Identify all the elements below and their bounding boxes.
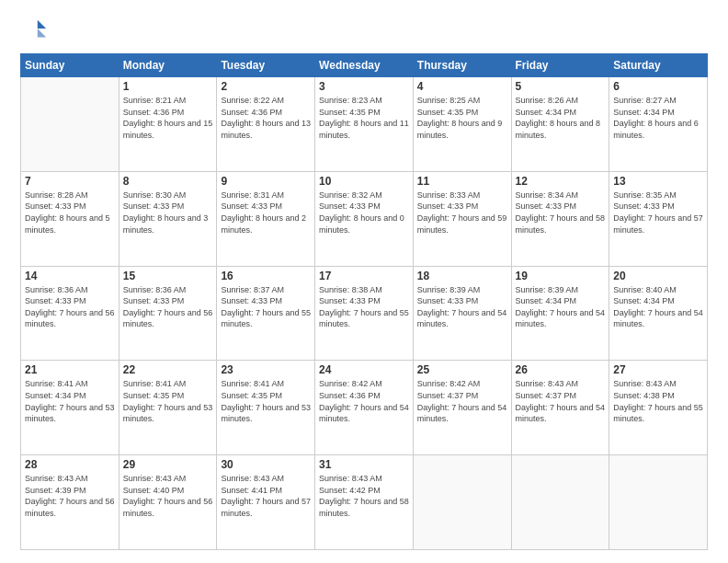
day-info: Sunrise: 8:35 AM Sunset: 4:33 PM Dayligh… <box>613 190 703 236</box>
calendar-header-saturday: Saturday <box>609 54 708 77</box>
calendar-header-tuesday: Tuesday <box>217 54 315 77</box>
calendar-week-0: 1Sunrise: 8:21 AM Sunset: 4:36 PM Daylig… <box>21 77 708 172</box>
calendar-table: SundayMondayTuesdayWednesdayThursdayFrid… <box>20 53 708 550</box>
day-info: Sunrise: 8:43 AM Sunset: 4:39 PM Dayligh… <box>25 473 115 519</box>
calendar-cell-0-3: 3Sunrise: 8:23 AM Sunset: 4:35 PM Daylig… <box>315 77 414 172</box>
calendar-cell-4-1: 29Sunrise: 8:43 AM Sunset: 4:40 PM Dayli… <box>119 455 217 550</box>
day-number: 31 <box>319 458 409 471</box>
day-info: Sunrise: 8:37 AM Sunset: 4:33 PM Dayligh… <box>221 284 311 330</box>
day-number: 4 <box>417 80 507 93</box>
calendar-cell-2-3: 17Sunrise: 8:38 AM Sunset: 4:33 PM Dayli… <box>315 266 414 361</box>
calendar-cell-2-1: 15Sunrise: 8:36 AM Sunset: 4:33 PM Dayli… <box>119 266 217 361</box>
calendar-cell-2-0: 14Sunrise: 8:36 AM Sunset: 4:33 PM Dayli… <box>21 266 119 361</box>
day-info: Sunrise: 8:39 AM Sunset: 4:34 PM Dayligh… <box>516 284 606 330</box>
day-info: Sunrise: 8:30 AM Sunset: 4:33 PM Dayligh… <box>123 190 213 236</box>
calendar-cell-4-4 <box>413 455 511 550</box>
calendar-week-1: 7Sunrise: 8:28 AM Sunset: 4:33 PM Daylig… <box>21 171 708 266</box>
svg-marker-1 <box>38 29 46 37</box>
calendar-cell-2-4: 18Sunrise: 8:39 AM Sunset: 4:33 PM Dayli… <box>413 266 511 361</box>
calendar-cell-3-5: 26Sunrise: 8:43 AM Sunset: 4:37 PM Dayli… <box>511 361 609 455</box>
calendar-cell-3-4: 25Sunrise: 8:42 AM Sunset: 4:37 PM Dayli… <box>413 361 511 455</box>
day-number: 21 <box>25 363 115 376</box>
day-number: 1 <box>123 80 213 93</box>
day-info: Sunrise: 8:43 AM Sunset: 4:41 PM Dayligh… <box>221 473 311 519</box>
day-number: 9 <box>221 175 311 188</box>
day-number: 29 <box>123 458 213 471</box>
day-number: 22 <box>123 363 213 376</box>
day-info: Sunrise: 8:32 AM Sunset: 4:33 PM Dayligh… <box>319 190 409 236</box>
day-info: Sunrise: 8:38 AM Sunset: 4:33 PM Dayligh… <box>319 284 409 330</box>
calendar-cell-0-5: 5Sunrise: 8:26 AM Sunset: 4:34 PM Daylig… <box>511 77 609 172</box>
calendar-body: 1Sunrise: 8:21 AM Sunset: 4:36 PM Daylig… <box>21 77 708 550</box>
day-number: 3 <box>319 80 409 93</box>
day-info: Sunrise: 8:43 AM Sunset: 4:42 PM Dayligh… <box>319 473 409 519</box>
day-info: Sunrise: 8:41 AM Sunset: 4:35 PM Dayligh… <box>123 378 213 424</box>
calendar-week-4: 28Sunrise: 8:43 AM Sunset: 4:39 PM Dayli… <box>21 455 708 550</box>
calendar-cell-1-1: 8Sunrise: 8:30 AM Sunset: 4:33 PM Daylig… <box>119 171 217 266</box>
calendar-cell-3-2: 23Sunrise: 8:41 AM Sunset: 4:35 PM Dayli… <box>217 361 315 455</box>
day-number: 6 <box>613 80 703 93</box>
calendar-week-2: 14Sunrise: 8:36 AM Sunset: 4:33 PM Dayli… <box>21 266 708 361</box>
day-info: Sunrise: 8:34 AM Sunset: 4:33 PM Dayligh… <box>516 190 606 236</box>
calendar-cell-2-2: 16Sunrise: 8:37 AM Sunset: 4:33 PM Dayli… <box>217 266 315 361</box>
logo-icon <box>22 17 48 42</box>
day-number: 17 <box>319 270 409 282</box>
calendar-header-sunday: Sunday <box>21 54 119 77</box>
calendar-cell-0-4: 4Sunrise: 8:25 AM Sunset: 4:35 PM Daylig… <box>413 77 511 172</box>
calendar-cell-1-2: 9Sunrise: 8:31 AM Sunset: 4:33 PM Daylig… <box>217 171 315 266</box>
day-info: Sunrise: 8:36 AM Sunset: 4:33 PM Dayligh… <box>25 284 115 330</box>
calendar-cell-3-0: 21Sunrise: 8:41 AM Sunset: 4:34 PM Dayli… <box>21 361 119 455</box>
calendar-cell-2-6: 20Sunrise: 8:40 AM Sunset: 4:34 PM Dayli… <box>609 266 708 361</box>
day-info: Sunrise: 8:43 AM Sunset: 4:37 PM Dayligh… <box>516 378 606 424</box>
day-info: Sunrise: 8:42 AM Sunset: 4:37 PM Dayligh… <box>417 378 507 424</box>
calendar-cell-1-5: 12Sunrise: 8:34 AM Sunset: 4:33 PM Dayli… <box>511 171 609 266</box>
calendar-header-thursday: Thursday <box>413 54 511 77</box>
day-number: 10 <box>319 175 409 188</box>
day-info: Sunrise: 8:28 AM Sunset: 4:33 PM Dayligh… <box>25 190 115 236</box>
day-info: Sunrise: 8:39 AM Sunset: 4:33 PM Dayligh… <box>417 284 507 330</box>
calendar-cell-3-6: 27Sunrise: 8:43 AM Sunset: 4:38 PM Dayli… <box>609 361 708 455</box>
calendar-cell-2-5: 19Sunrise: 8:39 AM Sunset: 4:34 PM Dayli… <box>511 266 609 361</box>
day-info: Sunrise: 8:21 AM Sunset: 4:36 PM Dayligh… <box>123 95 213 141</box>
day-number: 13 <box>613 175 703 188</box>
day-number: 16 <box>221 270 311 282</box>
day-info: Sunrise: 8:42 AM Sunset: 4:36 PM Dayligh… <box>319 378 409 424</box>
calendar-header-friday: Friday <box>511 54 609 77</box>
day-number: 28 <box>25 458 115 471</box>
day-number: 12 <box>516 175 606 188</box>
day-number: 26 <box>516 363 606 376</box>
calendar-cell-3-1: 22Sunrise: 8:41 AM Sunset: 4:35 PM Dayli… <box>119 361 217 455</box>
calendar-header-row: SundayMondayTuesdayWednesdayThursdayFrid… <box>21 54 708 77</box>
day-number: 8 <box>123 175 213 188</box>
day-info: Sunrise: 8:40 AM Sunset: 4:34 PM Dayligh… <box>613 284 703 330</box>
day-number: 23 <box>221 363 311 376</box>
day-number: 24 <box>319 363 409 376</box>
day-number: 18 <box>417 270 507 282</box>
day-number: 14 <box>25 270 115 282</box>
day-info: Sunrise: 8:33 AM Sunset: 4:33 PM Dayligh… <box>417 190 507 236</box>
day-info: Sunrise: 8:27 AM Sunset: 4:34 PM Dayligh… <box>613 95 703 141</box>
day-info: Sunrise: 8:36 AM Sunset: 4:33 PM Dayligh… <box>123 284 213 330</box>
calendar-cell-0-2: 2Sunrise: 8:22 AM Sunset: 4:36 PM Daylig… <box>217 77 315 172</box>
day-info: Sunrise: 8:41 AM Sunset: 4:34 PM Dayligh… <box>25 378 115 424</box>
day-number: 2 <box>221 80 311 93</box>
day-number: 25 <box>417 363 507 376</box>
calendar-cell-4-2: 30Sunrise: 8:43 AM Sunset: 4:41 PM Dayli… <box>217 455 315 550</box>
calendar-cell-1-3: 10Sunrise: 8:32 AM Sunset: 4:33 PM Dayli… <box>315 171 414 266</box>
day-info: Sunrise: 8:26 AM Sunset: 4:34 PM Dayligh… <box>516 95 606 141</box>
calendar-cell-0-1: 1Sunrise: 8:21 AM Sunset: 4:36 PM Daylig… <box>119 77 217 172</box>
day-number: 15 <box>123 270 213 282</box>
day-info: Sunrise: 8:41 AM Sunset: 4:35 PM Dayligh… <box>221 378 311 424</box>
day-number: 19 <box>516 270 606 282</box>
day-info: Sunrise: 8:23 AM Sunset: 4:35 PM Dayligh… <box>319 95 409 141</box>
calendar-cell-4-3: 31Sunrise: 8:43 AM Sunset: 4:42 PM Dayli… <box>315 455 414 550</box>
calendar-header-monday: Monday <box>119 54 217 77</box>
calendar-cell-0-0 <box>21 77 119 172</box>
logo <box>20 17 48 46</box>
page: SundayMondayTuesdayWednesdayThursdayFrid… <box>0 0 728 563</box>
calendar-cell-1-6: 13Sunrise: 8:35 AM Sunset: 4:33 PM Dayli… <box>609 171 708 266</box>
calendar-cell-1-0: 7Sunrise: 8:28 AM Sunset: 4:33 PM Daylig… <box>21 171 119 266</box>
calendar-cell-4-6 <box>609 455 708 550</box>
calendar-cell-4-5 <box>511 455 609 550</box>
day-info: Sunrise: 8:43 AM Sunset: 4:40 PM Dayligh… <box>123 473 213 519</box>
